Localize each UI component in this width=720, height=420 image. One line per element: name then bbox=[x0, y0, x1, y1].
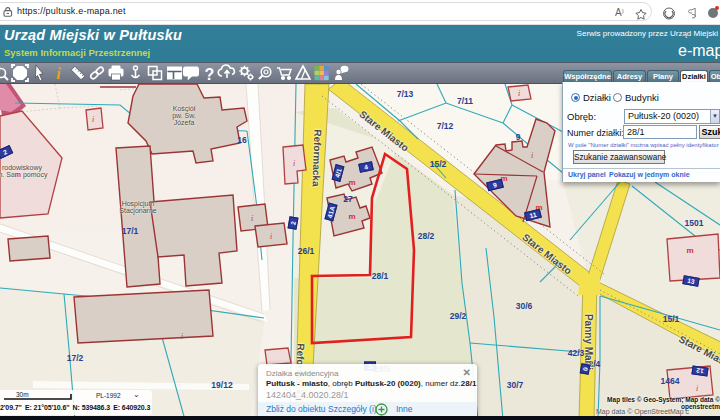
svg-text:A): A) bbox=[615, 7, 624, 18]
svg-text:?: ? bbox=[205, 66, 215, 83]
svg-text:i: i bbox=[56, 65, 61, 82]
